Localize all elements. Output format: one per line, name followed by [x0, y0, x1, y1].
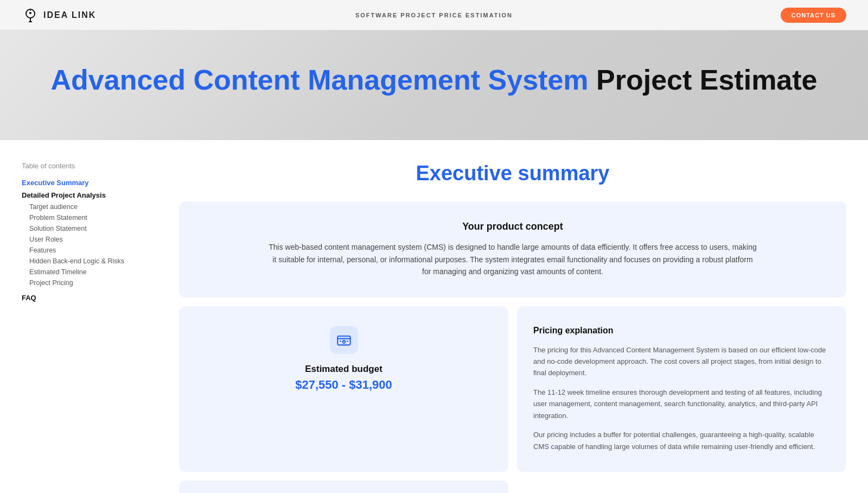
estimated-budget-card: Estimated budget $27,550 - $31,900 — [179, 306, 508, 472]
pricing-explanation-p1: The pricing for this Advanced Content Ma… — [533, 344, 830, 379]
hero-title: Advanced Content Management System Proje… — [22, 63, 846, 97]
pricing-explanation-card: Pricing explanation The pricing for this… — [517, 306, 846, 472]
sidebar-item-problem-statement[interactable]: Problem Statement — [22, 212, 146, 223]
sidebar-item-project-pricing[interactable]: Project Pricing — [22, 277, 146, 288]
sidebar-item-features[interactable]: Features — [22, 245, 146, 256]
sidebar: Table of contents Executive Summary Deta… — [0, 162, 157, 493]
estimated-budget-label: Estimated budget — [305, 364, 382, 375]
logo-text: IDEA LINK — [43, 10, 96, 20]
pricing-explanation-p2: The 11-12 week timeline ensures thorough… — [533, 387, 830, 421]
estimated-budget-value: $27,550 - $31,900 — [295, 378, 392, 392]
main-layout: Table of contents Executive Summary Deta… — [0, 140, 868, 493]
hero-section: Advanced Content Management System Proje… — [0, 30, 868, 140]
header: IDEA LINK SOFTWARE PROJECT PRICE ESTIMAT… — [0, 0, 868, 30]
section-title: Executive summary — [179, 162, 846, 185]
sidebar-item-detailed-analysis[interactable]: Detailed Project Analysis — [22, 189, 146, 201]
product-concept-description: This web-based content management system… — [269, 241, 757, 277]
product-concept-card: Your product concept This web-based cont… — [179, 201, 846, 297]
contact-button[interactable]: CONTACT US — [781, 8, 846, 23]
hero-title-blue: Advanced Content Management System — [50, 64, 588, 96]
sidebar-item-estimated-timeline[interactable]: Estimated Timeline — [22, 267, 146, 277]
product-concept-title: Your product concept — [201, 221, 825, 232]
budget-pricing-row: Estimated budget $27,550 - $31,900 Prici… — [179, 306, 846, 472]
toc-label: Table of contents — [22, 162, 146, 170]
sidebar-item-solution-statement[interactable]: Solution Statement — [22, 223, 146, 234]
logo[interactable]: IDEA LINK — [22, 7, 96, 24]
sidebar-item-target-audience[interactable]: Target audience — [22, 201, 146, 212]
sidebar-item-faq[interactable]: FAQ — [22, 292, 146, 304]
total-duration-card: Total project duration 11-12 Weeks — [179, 481, 508, 493]
duration-row: Total project duration 11-12 Weeks — [179, 481, 846, 493]
hero-title-black: Project Estimate — [589, 64, 818, 96]
sidebar-item-hidden-backend[interactable]: Hidden Back-end Logic & Risks — [22, 256, 146, 267]
budget-icon — [336, 332, 352, 347]
main-content: Executive summary Your product concept T… — [157, 162, 868, 493]
pricing-explanation-p3: Our pricing includes a buffer for potent… — [533, 429, 830, 452]
sidebar-item-user-roles[interactable]: User Roles — [22, 234, 146, 245]
svg-point-6 — [342, 340, 345, 343]
logo-icon — [22, 7, 39, 24]
svg-point-3 — [29, 12, 31, 14]
nav-center-label: SOFTWARE PROJECT PRICE ESTIMATION — [355, 12, 513, 18]
pricing-explanation-title: Pricing explanation — [533, 326, 830, 336]
budget-icon-circle — [330, 326, 358, 354]
sidebar-item-executive-summary[interactable]: Executive Summary — [22, 176, 146, 189]
